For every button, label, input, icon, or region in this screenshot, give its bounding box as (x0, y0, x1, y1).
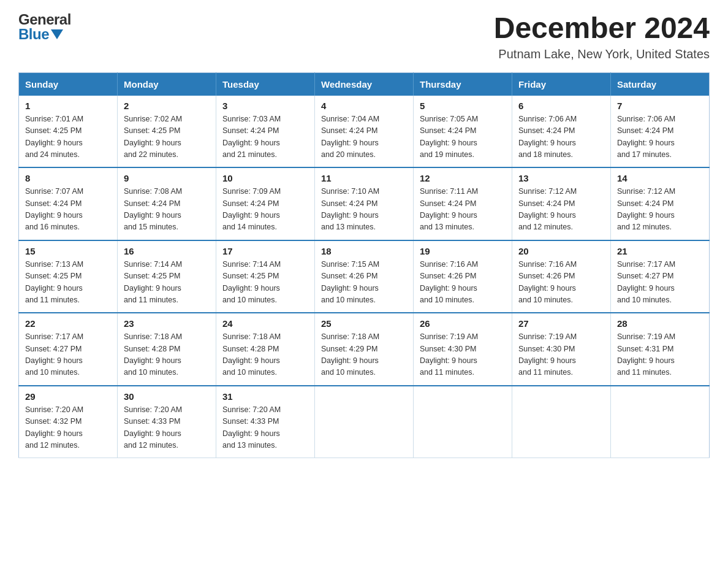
day-info: Sunrise: 7:18 AMSunset: 4:29 PMDaylight:… (321, 332, 379, 377)
title-block: December 2024 Putnam Lake, New York, Uni… (494, 12, 710, 61)
day-info: Sunrise: 7:16 AMSunset: 4:26 PMDaylight:… (518, 260, 577, 304)
day-info: Sunrise: 7:05 AMSunset: 4:24 PMDaylight:… (420, 115, 478, 159)
calendar-cell (315, 386, 414, 458)
calendar-cell: 2Sunrise: 7:02 AMSunset: 4:25 PMDaylight… (118, 96, 216, 168)
day-info: Sunrise: 7:11 AMSunset: 4:24 PMDaylight:… (420, 187, 478, 231)
calendar-cell: 24Sunrise: 7:18 AMSunset: 4:28 PMDayligh… (216, 313, 315, 386)
day-number: 20 (518, 246, 604, 256)
day-number: 18 (321, 246, 407, 256)
calendar-header-row: SundayMondayTuesdayWednesdayThursdayFrid… (19, 72, 710, 96)
col-header-friday: Friday (512, 72, 611, 96)
day-info: Sunrise: 7:20 AMSunset: 4:33 PMDaylight:… (222, 405, 281, 450)
day-number: 5 (420, 101, 506, 111)
day-info: Sunrise: 7:08 AMSunset: 4:24 PMDaylight:… (124, 187, 182, 231)
day-number: 24 (222, 318, 308, 329)
col-header-saturday: Saturday (611, 72, 710, 96)
day-info: Sunrise: 7:14 AMSunset: 4:25 PMDaylight:… (222, 260, 281, 304)
day-info: Sunrise: 7:16 AMSunset: 4:26 PMDaylight:… (420, 260, 478, 304)
calendar-cell: 10Sunrise: 7:09 AMSunset: 4:24 PMDayligh… (216, 167, 315, 240)
calendar-cell: 4Sunrise: 7:04 AMSunset: 4:24 PMDaylight… (315, 96, 414, 168)
day-number: 10 (222, 173, 308, 183)
calendar-cell: 29Sunrise: 7:20 AMSunset: 4:32 PMDayligh… (19, 386, 118, 458)
calendar-week-row: 29Sunrise: 7:20 AMSunset: 4:32 PMDayligh… (19, 386, 710, 458)
day-number: 12 (420, 173, 506, 183)
calendar-cell: 11Sunrise: 7:10 AMSunset: 4:24 PMDayligh… (315, 167, 414, 240)
calendar-cell: 18Sunrise: 7:15 AMSunset: 4:26 PMDayligh… (315, 240, 414, 313)
logo-general: General (18, 12, 71, 27)
day-number: 19 (420, 246, 506, 256)
day-number: 26 (420, 318, 506, 329)
day-number: 4 (321, 101, 407, 111)
calendar-week-row: 22Sunrise: 7:17 AMSunset: 4:27 PMDayligh… (19, 313, 710, 386)
location-title: Putnam Lake, New York, United States (494, 47, 710, 61)
calendar-cell: 9Sunrise: 7:08 AMSunset: 4:24 PMDaylight… (118, 167, 216, 240)
day-info: Sunrise: 7:03 AMSunset: 4:24 PMDaylight:… (222, 115, 281, 159)
logo: General Blue (18, 12, 71, 42)
day-info: Sunrise: 7:15 AMSunset: 4:26 PMDaylight:… (321, 260, 379, 304)
day-info: Sunrise: 7:12 AMSunset: 4:24 PMDaylight:… (617, 187, 675, 231)
day-info: Sunrise: 7:04 AMSunset: 4:24 PMDaylight:… (321, 115, 379, 159)
calendar-cell: 5Sunrise: 7:05 AMSunset: 4:24 PMDaylight… (414, 96, 512, 168)
col-header-wednesday: Wednesday (315, 72, 414, 96)
day-number: 1 (25, 101, 111, 111)
day-info: Sunrise: 7:02 AMSunset: 4:25 PMDaylight:… (124, 115, 182, 159)
month-title: December 2024 (494, 12, 710, 45)
calendar-cell: 15Sunrise: 7:13 AMSunset: 4:25 PMDayligh… (19, 240, 118, 313)
day-number: 11 (321, 173, 407, 183)
day-number: 2 (124, 101, 210, 111)
calendar-cell (611, 386, 710, 458)
day-number: 23 (124, 318, 210, 329)
calendar-cell: 16Sunrise: 7:14 AMSunset: 4:25 PMDayligh… (118, 240, 216, 313)
page-header: General Blue December 2024 Putnam Lake, … (18, 12, 710, 61)
day-info: Sunrise: 7:18 AMSunset: 4:28 PMDaylight:… (124, 332, 182, 377)
calendar-cell: 20Sunrise: 7:16 AMSunset: 4:26 PMDayligh… (512, 240, 611, 313)
day-number: 28 (617, 318, 703, 329)
logo-triangle-icon (51, 29, 63, 39)
logo-blue: Blue (18, 27, 49, 42)
calendar-cell: 17Sunrise: 7:14 AMSunset: 4:25 PMDayligh… (216, 240, 315, 313)
day-info: Sunrise: 7:07 AMSunset: 4:24 PMDaylight:… (25, 187, 83, 231)
day-number: 31 (222, 391, 308, 402)
day-info: Sunrise: 7:19 AMSunset: 4:30 PMDaylight:… (420, 332, 478, 377)
day-info: Sunrise: 7:01 AMSunset: 4:25 PMDaylight:… (25, 115, 83, 159)
calendar-cell: 19Sunrise: 7:16 AMSunset: 4:26 PMDayligh… (414, 240, 512, 313)
day-number: 6 (518, 101, 604, 111)
day-number: 29 (25, 391, 111, 402)
calendar-cell: 27Sunrise: 7:19 AMSunset: 4:30 PMDayligh… (512, 313, 611, 386)
col-header-monday: Monday (118, 72, 216, 96)
day-info: Sunrise: 7:06 AMSunset: 4:24 PMDaylight:… (617, 115, 675, 159)
calendar-cell: 28Sunrise: 7:19 AMSunset: 4:31 PMDayligh… (611, 313, 710, 386)
day-info: Sunrise: 7:17 AMSunset: 4:27 PMDaylight:… (25, 332, 83, 377)
calendar-cell (512, 386, 611, 458)
calendar-cell: 25Sunrise: 7:18 AMSunset: 4:29 PMDayligh… (315, 313, 414, 386)
day-info: Sunrise: 7:14 AMSunset: 4:25 PMDaylight:… (124, 260, 182, 304)
calendar-cell: 7Sunrise: 7:06 AMSunset: 4:24 PMDaylight… (611, 96, 710, 168)
day-info: Sunrise: 7:09 AMSunset: 4:24 PMDaylight:… (222, 187, 281, 231)
calendar-cell: 26Sunrise: 7:19 AMSunset: 4:30 PMDayligh… (414, 313, 512, 386)
calendar-cell: 14Sunrise: 7:12 AMSunset: 4:24 PMDayligh… (611, 167, 710, 240)
day-number: 17 (222, 246, 308, 256)
calendar-cell: 21Sunrise: 7:17 AMSunset: 4:27 PMDayligh… (611, 240, 710, 313)
calendar-cell: 23Sunrise: 7:18 AMSunset: 4:28 PMDayligh… (118, 313, 216, 386)
col-header-sunday: Sunday (19, 72, 118, 96)
day-number: 22 (25, 318, 111, 329)
day-number: 9 (124, 173, 210, 183)
day-info: Sunrise: 7:06 AMSunset: 4:24 PMDaylight:… (518, 115, 577, 159)
calendar-cell (414, 386, 512, 458)
calendar-cell: 22Sunrise: 7:17 AMSunset: 4:27 PMDayligh… (19, 313, 118, 386)
calendar-table: SundayMondayTuesdayWednesdayThursdayFrid… (18, 72, 710, 459)
day-number: 30 (124, 391, 210, 402)
day-info: Sunrise: 7:20 AMSunset: 4:33 PMDaylight:… (124, 405, 182, 450)
day-info: Sunrise: 7:19 AMSunset: 4:30 PMDaylight:… (518, 332, 577, 377)
col-header-thursday: Thursday (414, 72, 512, 96)
day-number: 16 (124, 246, 210, 256)
day-info: Sunrise: 7:12 AMSunset: 4:24 PMDaylight:… (518, 187, 577, 231)
day-number: 21 (617, 246, 703, 256)
calendar-cell: 13Sunrise: 7:12 AMSunset: 4:24 PMDayligh… (512, 167, 611, 240)
day-number: 15 (25, 246, 111, 256)
day-info: Sunrise: 7:18 AMSunset: 4:28 PMDaylight:… (222, 332, 281, 377)
calendar-cell: 31Sunrise: 7:20 AMSunset: 4:33 PMDayligh… (216, 386, 315, 458)
logo-text: General Blue (18, 12, 71, 42)
day-number: 7 (617, 101, 703, 111)
day-number: 3 (222, 101, 308, 111)
